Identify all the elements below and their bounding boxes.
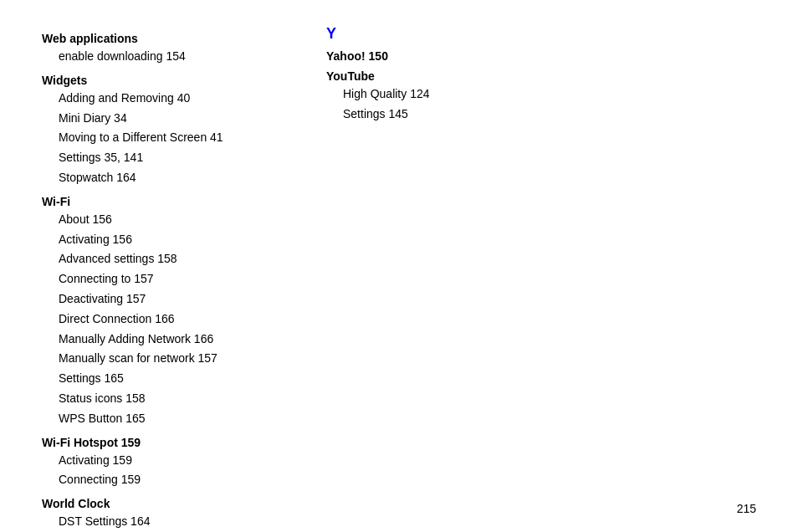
item-status-icons: Status icons 158 bbox=[42, 389, 293, 409]
item-manually-scan: Manually scan for network 157 bbox=[42, 349, 293, 369]
section-youtube: YouTube High Quality 124 Settings 145 bbox=[326, 69, 577, 125]
section-wifi-hotspot: Wi-Fi Hotspot 159 Activating 159 Connect… bbox=[42, 436, 293, 491]
section-header-youtube: YouTube bbox=[326, 69, 577, 83]
item-high-quality: High Quality 124 bbox=[326, 84, 577, 105]
item-moving-screen: Moving to a Different Screen 41 bbox=[42, 128, 293, 148]
item-wps-button: WPS Button 165 bbox=[42, 409, 293, 429]
section-yahoo: Yahoo! 150 bbox=[326, 49, 577, 63]
section-wifi: Wi-Fi About 156 Activating 156 Advanced … bbox=[42, 195, 293, 429]
item-manually-adding: Manually Adding Network 166 bbox=[42, 330, 293, 350]
item-settings-youtube: Settings 145 bbox=[326, 105, 577, 125]
item-stopwatch: Stopwatch 164 bbox=[42, 168, 293, 188]
item-advanced-settings: Advanced settings 158 bbox=[42, 249, 293, 269]
item-mini-diary: Mini Diary 34 bbox=[42, 109, 293, 129]
item-about: About 156 bbox=[42, 210, 293, 230]
item-enable-downloading: enable downloading 154 bbox=[42, 47, 293, 67]
y-letter: Y bbox=[326, 25, 577, 43]
section-header-wifi-hotspot: Wi-Fi Hotspot 159 bbox=[42, 436, 293, 449]
item-settings-wifi: Settings 165 bbox=[42, 369, 293, 389]
section-header-widgets: Widgets bbox=[42, 74, 293, 87]
item-settings-widgets: Settings 35, 141 bbox=[42, 148, 293, 168]
item-dst-settings: DST Settings 164 bbox=[42, 512, 293, 532]
left-column: Web applications enable downloading 154 … bbox=[42, 25, 293, 532]
item-activating-wifi: Activating 156 bbox=[42, 230, 293, 250]
section-header-yahoo: Yahoo! 150 bbox=[326, 49, 577, 63]
item-deactivating: Deactivating 157 bbox=[42, 289, 293, 309]
section-header-world-clock: World Clock bbox=[42, 497, 293, 510]
item-direct-connection: Direct Connection 166 bbox=[42, 309, 293, 330]
section-header-wifi: Wi-Fi bbox=[42, 195, 293, 208]
item-adding-removing: Adding and Removing 40 bbox=[42, 89, 293, 109]
item-connecting-to: Connecting to 157 bbox=[42, 269, 293, 289]
section-web-applications: Web applications enable downloading 154 bbox=[42, 32, 293, 67]
page-number: 215 bbox=[737, 502, 756, 515]
item-activating-hotspot: Activating 159 bbox=[42, 451, 293, 471]
right-column: Y Yahoo! 150 YouTube High Quality 124 Se… bbox=[326, 25, 577, 532]
section-world-clock: World Clock DST Settings 164 bbox=[42, 497, 293, 532]
section-header-web-applications: Web applications bbox=[42, 32, 293, 45]
section-widgets: Widgets Adding and Removing 40 Mini Diar… bbox=[42, 74, 293, 188]
item-connecting-hotspot: Connecting 159 bbox=[42, 470, 293, 490]
